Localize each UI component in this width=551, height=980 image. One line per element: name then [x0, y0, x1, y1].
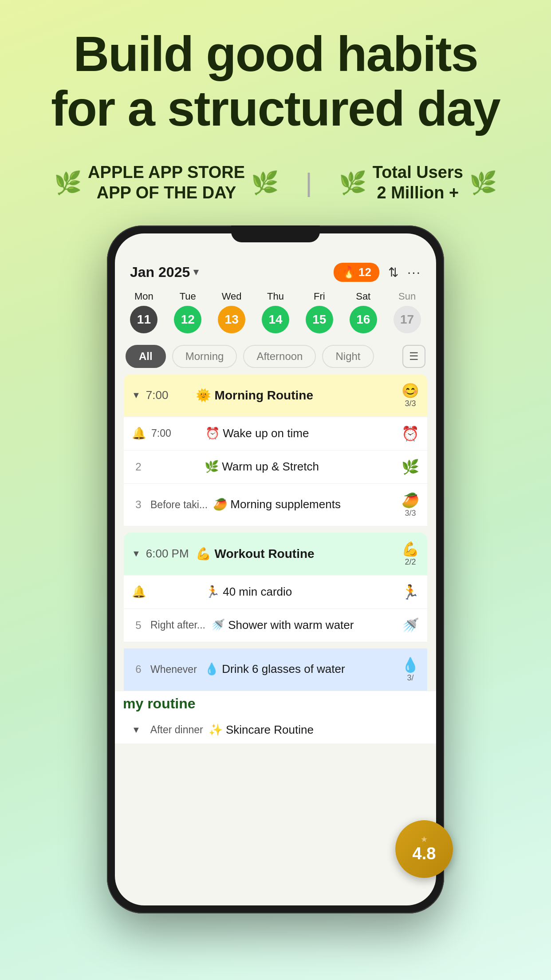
habit-num-6: 6 [132, 663, 145, 676]
day-circle-tue: 12 [174, 306, 201, 333]
workout-score-emoji: 💪 [401, 541, 419, 557]
phone-screen: Jan 2025 ▾ 🔥 12 ⇅ ··· [115, 233, 436, 905]
habit-num-3: 3 [132, 498, 145, 511]
day-name-fri: Fri [314, 291, 325, 302]
day-sat[interactable]: Sat 16 [343, 291, 383, 333]
habit-icon-2: 🌿 [401, 458, 419, 475]
habit-time-6: Whenever [150, 664, 199, 676]
habit-score-6: 💧 3/ [401, 656, 419, 683]
rating-badge: ★ 4.8 [395, 820, 453, 878]
badge-separator: | [305, 167, 312, 198]
more-icon[interactable]: ··· [407, 265, 421, 280]
day-fri[interactable]: Fri 15 [299, 291, 339, 333]
top-bar-right: 🔥 12 ⇅ ··· [334, 263, 421, 282]
day-sun[interactable]: Sun 17 [387, 291, 427, 333]
week-days: Mon 11 Tue 12 Wed 13 Thu [124, 291, 427, 333]
habit-score-3: 🥭 3/3 [401, 492, 419, 518]
filter-night[interactable]: Night [322, 345, 374, 368]
habit-name-5: 🚿 Shower with warm water [211, 618, 396, 633]
habit-icon-4: 🏃 [401, 584, 419, 601]
users-badge: 🌿 Total Users 2 Million + 🌿 [339, 162, 497, 203]
habit-row-3[interactable]: 3 Before taki... 🥭 Morning supplements 🥭… [124, 484, 427, 526]
habit-row-after-dinner[interactable]: ▼ After dinner ✨ Skincare Routine [115, 716, 436, 744]
app-store-badge: 🌿 APPLE APP STORE APP OF THE DAY 🌿 [54, 162, 279, 203]
habit-time-5: Right after... [150, 619, 205, 631]
headline: Build good habits for a structured day [35, 27, 516, 136]
app-store-text: APPLE APP STORE APP OF THE DAY [88, 162, 245, 203]
day-mon[interactable]: Mon 11 [124, 291, 164, 333]
morning-score-emoji: 😊 [401, 382, 419, 399]
month-label: Jan 2025 [130, 264, 190, 281]
habit-icon-6: 💧 [401, 656, 419, 673]
habit-icon-3: 🥭 [401, 492, 419, 509]
habit-name-2: 🌿 Warm up & Stretch [205, 459, 396, 474]
filter-bar: All Morning Afternoon Night ☰ [115, 340, 436, 374]
streak-badge[interactable]: 🔥 12 [334, 263, 379, 282]
week-calendar: Mon 11 Tue 12 Wed 13 Thu [115, 286, 436, 340]
workout-routine-score: 💪 2/2 [401, 541, 419, 567]
day-wed[interactable]: Wed 13 [212, 291, 252, 333]
habit-num-5: 5 [132, 619, 145, 632]
habit-time-1: 7:00 [151, 427, 200, 439]
rating-star-icon: ★ [421, 834, 428, 844]
headline-line2: for a structured day [51, 81, 500, 136]
day-name-sat: Sat [356, 291, 370, 302]
workout-score-text: 2/2 [405, 557, 416, 567]
month-selector[interactable]: Jan 2025 ▾ [130, 264, 198, 281]
habit-row-4[interactable]: 🔔 🏃 40 min cardio 🏃 [124, 576, 427, 609]
laurel-right-2: 🌿 [469, 170, 497, 196]
calendar-icon[interactable]: ☰ [402, 345, 425, 368]
chevron-down-icon: ▾ [193, 266, 198, 278]
after-dinner-time: After dinner [150, 724, 203, 736]
habit-name-4: 🏃 40 min cardio [205, 585, 396, 600]
fire-icon: 🔥 [342, 265, 356, 279]
day-circle-sat: 16 [350, 306, 377, 333]
habit-row-1[interactable]: 🔔 7:00 ⏰ Wake up on time ⏰ [124, 417, 427, 450]
app-content: Jan 2025 ▾ 🔥 12 ⇅ ··· [115, 233, 436, 905]
filter-all[interactable]: All [126, 345, 166, 368]
morning-routine-name: 🌞 Morning Routine [196, 388, 396, 403]
rating-number: 4.8 [413, 844, 436, 863]
header-section: Build good habits for a structured day [0, 0, 551, 149]
day-thu[interactable]: Thu 14 [256, 291, 296, 333]
routine-list: ▼ 7:00 🌞 Morning Routine 😊 3/3 🔔 7:00 ⏰ … [115, 374, 436, 691]
habit-row-2[interactable]: 2 🌿 Warm up & Stretch 🌿 [124, 450, 427, 484]
filter-afternoon[interactable]: Afternoon [243, 345, 316, 368]
day-tue[interactable]: Tue 12 [168, 291, 208, 333]
users-text: Total Users 2 Million + [373, 162, 463, 203]
bell-icon-1: 🔔 [132, 427, 146, 440]
morning-score-text: 3/3 [405, 399, 416, 408]
laurel-left-1: 🌿 [54, 170, 82, 196]
day-name-thu: Thu [267, 291, 284, 302]
day-name-wed: Wed [222, 291, 242, 302]
group-arrow-morning: ▼ [132, 390, 141, 400]
streak-count: 12 [358, 265, 371, 279]
badges-section: 🌿 APPLE APP STORE APP OF THE DAY 🌿 | 🌿 T… [0, 149, 551, 216]
habit-score-text-6: 3/ [407, 673, 413, 683]
habit-num-2: 2 [132, 461, 145, 473]
top-bar: Jan 2025 ▾ 🔥 12 ⇅ ··· [115, 256, 436, 286]
day-circle-wed: 13 [218, 306, 245, 333]
habit-name-6: 💧 Drink 6 glasses of water [205, 662, 396, 677]
habit-score-text-3: 3/3 [405, 509, 416, 518]
day-circle-thu: 14 [262, 306, 289, 333]
arrow-after-dinner: ▼ [132, 725, 141, 735]
habit-time-3: Before taki... [150, 499, 208, 511]
group-arrow-workout: ▼ [132, 549, 141, 559]
habit-icon-5: 🚿 [401, 617, 419, 634]
phone-wrapper: Jan 2025 ▾ 🔥 12 ⇅ ··· [0, 217, 551, 913]
laurel-right-1: 🌿 [251, 170, 279, 196]
day-circle-mon: 11 [130, 306, 157, 333]
habit-icon-1: ⏰ [401, 425, 419, 442]
habit-row-6[interactable]: 6 Whenever 💧 Drink 6 glasses of water 💧 … [124, 648, 427, 691]
phone-device: Jan 2025 ▾ 🔥 12 ⇅ ··· [107, 225, 444, 913]
morning-routine-score: 😊 3/3 [401, 382, 419, 408]
sort-icon[interactable]: ⇅ [388, 265, 398, 280]
app-name-bar: my routine [115, 691, 436, 716]
morning-routine-header[interactable]: ▼ 7:00 🌞 Morning Routine 😊 3/3 [124, 374, 427, 416]
habit-row-5[interactable]: 5 Right after... 🚿 Shower with warm wate… [124, 609, 427, 642]
morning-routine-time: 7:00 [146, 388, 190, 402]
workout-routine-header[interactable]: ▼ 6:00 PM 💪 Workout Routine 💪 2/2 [124, 533, 427, 575]
app-store-line2: APP OF THE DAY [97, 183, 236, 202]
filter-morning[interactable]: Morning [172, 345, 237, 368]
